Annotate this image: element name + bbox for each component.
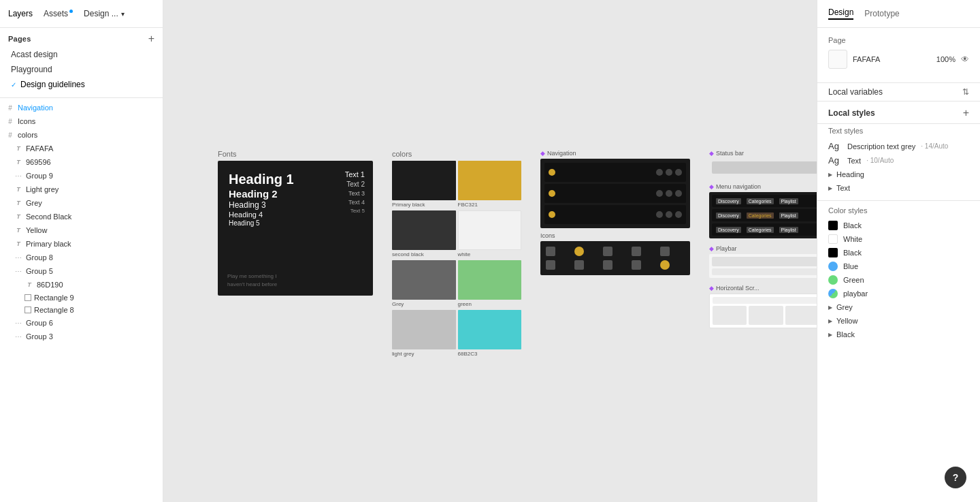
add-style-button[interactable]: + [963, 107, 969, 119]
texts-group: Text 1 Text 2 Text 3 Text 4 Text 5 [345, 170, 365, 216]
colors-frame-container: colors Primary black second black Grey l… [392, 150, 521, 357]
playbar-section: ◆ Playbar [709, 245, 817, 278]
color-swatch-white [828, 234, 838, 244]
local-styles-label: Local styles [828, 108, 875, 118]
top-tabs: Layers Assets Design ... ▾ [0, 0, 163, 28]
tab-layers[interactable]: Layers [8, 9, 33, 18]
swatch-blue [458, 310, 522, 349]
style-ag-desc: Ag [828, 141, 842, 151]
nav-bar-2 [544, 184, 686, 203]
swatch-green-label: green [458, 301, 522, 307]
layer-rect8[interactable]: Rectangle 8 [0, 304, 163, 316]
page-item-playground[interactable]: Playground [8, 62, 154, 77]
eye-icon[interactable]: 👁 [961, 54, 969, 64]
exp-yellow[interactable]: ▶ Yellow [828, 314, 969, 328]
playbar-diamond-icon: ◆ [709, 245, 714, 252]
layer-yellow[interactable]: T Yellow [0, 223, 163, 237]
layer-rect9[interactable]: Rectangle 9 [0, 292, 163, 304]
status-bar-section: ◆ Status bar [709, 150, 817, 176]
expandable-heading[interactable]: ▶ Heading [828, 168, 969, 181]
page-color-value: FAFAFA [853, 55, 931, 63]
page-section-title: Page [828, 36, 969, 44]
colors-frame: Primary black second black Grey light gr… [392, 161, 521, 357]
text-icon: T [14, 225, 23, 235]
heading3: Heading 3 [229, 200, 362, 210]
tab-assets[interactable]: Assets [44, 9, 73, 18]
style-meta-desc: · 14/Auto [921, 142, 948, 150]
swatch-lightgrey-label: light grey [392, 351, 456, 357]
exp-arrow-yellow: ▶ [828, 318, 832, 324]
page-color-row: FAFAFA 100% 👁 [828, 50, 969, 69]
layer-86d190[interactable]: T 86D190 [0, 278, 163, 292]
layer-icons[interactable]: # Icons [0, 114, 163, 128]
rect-icon [24, 294, 31, 301]
exp-label-black: Black [836, 330, 855, 339]
layer-group6[interactable]: ⋯ Group 6 [0, 316, 163, 330]
exp-arrow-grey: ▶ [828, 304, 832, 311]
layer-navigation[interactable]: # Navigation [0, 101, 163, 114]
checkmark-icon: ✓ [11, 81, 16, 89]
nav-icon-12 [675, 211, 682, 218]
add-page-button[interactable]: + [148, 33, 154, 44]
layer-group5[interactable]: ⋯ Group 5 [0, 264, 163, 278]
layer-group8[interactable]: ⋯ Group 8 [0, 251, 163, 264]
page-item-acast[interactable]: Acast design [8, 47, 154, 62]
help-button[interactable]: ? [945, 467, 966, 488]
playbar-title-bar [712, 257, 817, 266]
tab-design[interactable]: Design ... ▾ [84, 9, 125, 18]
tab-prototype[interactable]: Prototype [864, 9, 899, 18]
layer-grey[interactable]: T Grey [0, 196, 163, 210]
expandable-text[interactable]: ▶ Text [828, 181, 969, 195]
status-diamond-icon: ◆ [709, 150, 714, 157]
color-swatch-green [828, 275, 838, 285]
color-style-white: White [828, 232, 969, 246]
color-swatch-playbar [828, 289, 838, 298]
swatch-secondblack [392, 210, 456, 250]
sliders-icon[interactable]: ⇅ [962, 87, 969, 97]
layer-group9[interactable]: ⋯ Group 9 [0, 169, 163, 183]
frame-icon: # [5, 130, 15, 140]
component-frames-group: ◆ Status bar ◆ Menu navigation Discovery… [709, 150, 817, 328]
color-swatch-black [828, 221, 838, 230]
icons-frame [540, 241, 690, 275]
fonts-label: Fonts [218, 150, 373, 158]
swatch-secondblack-label: second black [392, 251, 456, 257]
layer-fafafa[interactable]: T FAFAFA [0, 142, 163, 155]
page-color-swatch[interactable] [828, 50, 847, 69]
hscroll-cell [749, 306, 783, 325]
play-text: Play me something Ihaven't heard before [227, 272, 277, 289]
icon-cell [546, 247, 555, 256]
exp-label-yellow: Yellow [836, 317, 858, 325]
page-item-guidelines[interactable]: ✓ Design guidelines [8, 77, 154, 92]
nav-icon-10 [656, 211, 663, 218]
icons-grid [546, 247, 685, 270]
icon-cell [603, 260, 612, 270]
layer-primaryblack[interactable]: T Primary black [0, 237, 163, 251]
style-row-text: Ag Text · 10/Auto [828, 153, 969, 168]
exp-grey[interactable]: ▶ Grey [828, 300, 969, 314]
layer-secondblack[interactable]: T Second Black [0, 210, 163, 223]
color-name-black-2: Black [843, 249, 862, 257]
layer-lightgrey[interactable]: T Light grey [0, 183, 163, 196]
group-icon: ⋯ [14, 332, 23, 341]
nav-icon-1 [549, 169, 555, 176]
page-section: Page FAFAFA 100% 👁 [817, 28, 980, 83]
main-canvas[interactable]: Fonts Heading 1 Heading 2 Heading 3 Head… [163, 0, 817, 502]
nav-icon-6 [656, 190, 663, 197]
local-variables-row: Local variables ⇅ [817, 83, 980, 101]
layer-group3[interactable]: ⋯ Group 3 [0, 330, 163, 343]
layer-969596[interactable]: T 969596 [0, 155, 163, 169]
color-style-black-1: Black [828, 219, 969, 232]
tab-design[interactable]: Design [828, 7, 853, 20]
exp-black[interactable]: ▶ Black [828, 328, 969, 341]
color-style-blue: Blue [828, 260, 969, 273]
fonts-frame-container: Fonts Heading 1 Heading 2 Heading 3 Head… [218, 150, 373, 296]
text-icon: T [14, 185, 23, 194]
nav-icon-4 [675, 169, 682, 176]
nav-icons-right-2 [656, 190, 682, 197]
swatch-grey [392, 260, 456, 300]
expand-label-text: Text [836, 184, 850, 192]
nav-icon-11 [666, 211, 672, 218]
layer-colors[interactable]: # colors [0, 128, 163, 142]
frame-icon: # [5, 116, 15, 126]
